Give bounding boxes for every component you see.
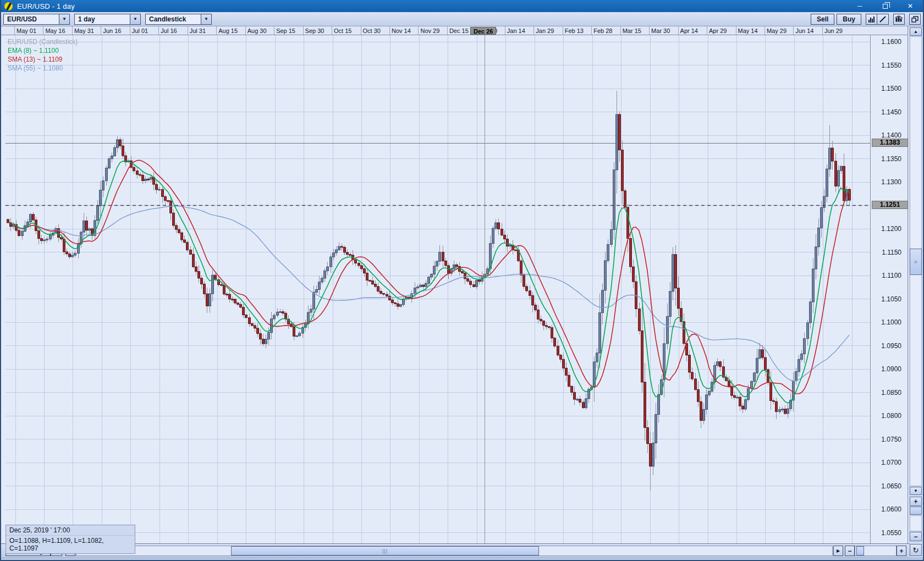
- scroll-up-button[interactable]: ▲: [910, 28, 922, 36]
- chevron-down-icon[interactable]: ▼: [201, 14, 211, 24]
- buy-button[interactable]: Buy: [837, 14, 861, 25]
- v-scrollbar-thumb[interactable]: ≡: [910, 249, 922, 275]
- detach-window-icon: [911, 16, 919, 23]
- detach-chart-button[interactable]: [909, 14, 921, 25]
- v-zoom-in-button[interactable]: +: [910, 497, 922, 506]
- timeframe-combobox[interactable]: 1 day ▼: [74, 14, 141, 25]
- date-tick-label: Oct 30: [361, 26, 390, 35]
- price-tick-label: 1.0700: [871, 459, 901, 466]
- h-scrollbar-track[interactable]: |||: [76, 546, 833, 556]
- h-zoom-slider-thumb[interactable]: [856, 546, 864, 556]
- chevron-down-icon[interactable]: ▼: [130, 14, 140, 24]
- v-zoom-slider-track[interactable]: [910, 515, 922, 531]
- scroll-down-button[interactable]: ▼: [910, 487, 922, 495]
- chevron-down-icon[interactable]: ▼: [59, 14, 69, 24]
- chart-type-value: Candlestick: [146, 14, 201, 24]
- date-tick-label: Sep 30: [303, 26, 332, 35]
- date-tick-label: Oct 15: [332, 26, 361, 35]
- price-tick-label: 1.1050: [871, 295, 901, 303]
- ohlc-tooltip: Dec 25, 2019 ' 17:00 O=1.1088, H=1.1109,…: [6, 525, 135, 554]
- restore-button[interactable]: [872, 0, 898, 12]
- h-scrollbar-thumb[interactable]: |||: [231, 546, 539, 556]
- chart-window: EUR/USD - 1 day ─ ✕ EUR/USD ▼ 1 day ▼ Ca…: [0, 0, 924, 561]
- scroll-right-button[interactable]: ▶: [833, 546, 843, 556]
- price-tick-label: 1.0650: [871, 482, 901, 490]
- restore-icon: [883, 4, 888, 9]
- timeframe-value: 1 day: [75, 14, 130, 24]
- date-tick-label: Apr 29: [707, 26, 736, 35]
- v-zoom-slider-thumb[interactable]: [910, 507, 922, 515]
- date-tick-label: Jan 29: [534, 26, 563, 35]
- date-tick-label: Mar 15: [620, 26, 650, 35]
- price-tick-label: 1.1000: [871, 318, 901, 326]
- price-tick-label: 1.1100: [871, 272, 901, 279]
- price-tick-label: 1.1450: [871, 108, 901, 116]
- date-tick-label: Sep 15: [274, 26, 303, 35]
- price-tick-label: 1.1500: [871, 85, 901, 92]
- titlebar: EUR/USD - 1 day ─ ✕: [1, 0, 923, 12]
- price-tick-label: 1.0850: [871, 389, 901, 397]
- date-tick-label: May 16: [43, 26, 72, 35]
- volume-profile-icon: [868, 16, 875, 23]
- date-tick-label: Mar 30: [649, 26, 678, 35]
- date-tick-label: Aug 30: [245, 26, 274, 35]
- trendline-button[interactable]: [877, 14, 889, 25]
- chart-type-combobox[interactable]: Candlestick ▼: [145, 14, 212, 25]
- date-tick-label: May 01: [14, 26, 43, 35]
- chart-legend: EUR/USD (Candlestick)EMA (8) ~ 1.1100SMA…: [8, 37, 78, 73]
- reset-zoom-button[interactable]: ↻: [910, 544, 922, 556]
- studies-button[interactable]: [893, 14, 905, 25]
- studies-icon: [895, 15, 903, 23]
- minimize-button[interactable]: ─: [847, 0, 872, 12]
- close-button[interactable]: ✕: [898, 0, 923, 12]
- legend-item: EMA (8) ~ 1.1100: [8, 46, 78, 55]
- symbol-combobox[interactable]: EUR/USD ▼: [3, 14, 70, 25]
- date-tick-label: May 29: [765, 26, 794, 35]
- bottom-bar: Add Study ▼ ◀ ||| ▶ − +: [1, 543, 910, 558]
- price-tick-label: 1.1550: [871, 62, 901, 69]
- date-tick-label: Feb 28: [591, 26, 620, 35]
- date-tick-label: Apr 14: [678, 26, 707, 35]
- tooltip-date: Dec 25, 2019 ' 17:00: [6, 525, 135, 536]
- price-tick-label: 1.1200: [871, 225, 901, 233]
- price-tick-label: 1.0800: [871, 412, 901, 420]
- last-price-badge: 1.1251: [872, 201, 908, 209]
- price-tick-label: 1.1400: [871, 131, 901, 139]
- tooltip-ohlc: O=1.1088, H=1.1109, L=1.1082, C=1.1097: [6, 536, 135, 553]
- date-axis: Dec 26 May 01May 16May 31Jun 16Jul 01Jul…: [1, 26, 910, 35]
- date-tick-label: Nov 29: [418, 26, 447, 35]
- window-title: EUR/USD - 1 day: [17, 2, 75, 10]
- symbol-value: EUR/USD: [4, 14, 59, 24]
- price-tick-label: 1.0900: [871, 365, 901, 373]
- date-tick-label: Jun 29: [822, 26, 851, 35]
- date-tick-label: Jul 01: [130, 26, 159, 35]
- price-tick-label: 1.1150: [871, 249, 901, 256]
- legend-item: SMA (55) ~ 1.1080: [8, 64, 78, 73]
- legend-item: SMA (13) ~ 1.1109: [8, 55, 78, 64]
- h-zoom-slider-track[interactable]: [855, 546, 897, 556]
- price-tick-label: 1.0550: [871, 529, 901, 537]
- date-tick-label: Jul 31: [188, 26, 217, 35]
- trendline-icon: [879, 16, 886, 23]
- date-tick-label: Jul 16: [158, 26, 188, 35]
- date-tick-label: Nov 14: [389, 26, 419, 35]
- window-bottom-frame: [1, 558, 923, 561]
- date-tick-label: Feb 13: [563, 26, 592, 35]
- date-tick-label: May 14: [736, 26, 765, 35]
- date-tick-label: Jun 14: [793, 26, 822, 35]
- date-tick-label: Jun 16: [101, 26, 130, 35]
- right-scroll-strip: ▲ ≡ ▼ + − ↻: [908, 26, 923, 558]
- price-tick-label: 1.1600: [871, 38, 901, 46]
- level-price-badge: 1.1383: [872, 139, 908, 147]
- date-tick-label: Jan 14: [505, 26, 534, 35]
- h-zoom-in-button[interactable]: +: [897, 546, 906, 556]
- volume-profile-button[interactable]: [866, 14, 877, 25]
- v-zoom-out-button[interactable]: −: [910, 532, 922, 541]
- price-axis: 1.1383 1.1251 1.16001.15501.15001.14501.…: [870, 35, 910, 543]
- legend-item: EUR/USD (Candlestick): [8, 37, 78, 46]
- price-tick-label: 1.0600: [871, 505, 901, 513]
- app-icon: [4, 2, 13, 10]
- sell-button[interactable]: Sell: [811, 14, 834, 25]
- chart-canvas[interactable]: [6, 35, 870, 543]
- h-zoom-out-button[interactable]: −: [845, 546, 855, 556]
